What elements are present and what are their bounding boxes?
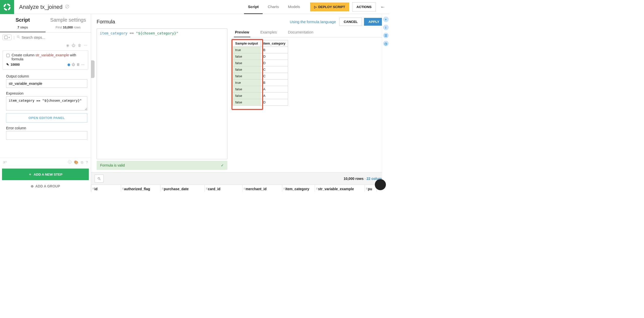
error-label: Error column [6, 126, 87, 130]
svg-point-3 [17, 36, 19, 37]
preview-tab-examples[interactable]: Examples [259, 28, 278, 37]
actions-button[interactable]: ACTIONS [352, 2, 376, 12]
tab-models[interactable]: Models [284, 0, 304, 14]
column-header[interactable]: ⠿item_category [282, 185, 315, 192]
rail-add-icon[interactable]: + [383, 17, 389, 22]
preview-cell: false [233, 66, 261, 73]
more-icon[interactable]: ⋯ [84, 43, 87, 47]
plus-circle-icon: ⊕ [31, 184, 34, 188]
formula-valid-bar: Formula is valid ✓ [97, 161, 227, 170]
preview-cell: C [261, 66, 288, 73]
chat-bubble[interactable] [375, 179, 386, 190]
check-icon: ✓ [221, 163, 224, 167]
steps-search-input[interactable] [22, 35, 88, 39]
preview-header: Sample output [233, 40, 261, 47]
caret-down-icon: ▾ [9, 36, 10, 39]
preview-cell: D [261, 53, 288, 60]
left-panel: Script Sample settings 7 steps First 10,… [0, 14, 91, 192]
search-icon [17, 35, 20, 39]
tab-charts[interactable]: Charts [264, 0, 283, 14]
column-header[interactable]: ⠿id [91, 185, 121, 192]
app-logo[interactable] [0, 0, 14, 14]
preview-cell: B [261, 47, 288, 53]
power-icon[interactable]: ⏻ [72, 43, 75, 47]
output-label: Output column [6, 74, 87, 78]
data-grid[interactable]: ⠿id⠿authorized_flag⠿purchase_date⠿card_i… [91, 185, 377, 192]
svg-point-5 [98, 177, 100, 179]
deploy-button[interactable]: ▷ DEPLOY SCRIPT [310, 3, 349, 11]
cancel-button[interactable]: CANCEL [339, 18, 362, 26]
rail-chat-icon[interactable]: ☰ [383, 33, 389, 38]
preview-cell: D [261, 99, 288, 106]
preview-cell: C [261, 73, 288, 80]
step-checkbox[interactable] [6, 54, 10, 57]
preview-cell: false [233, 99, 261, 106]
grid-search-button[interactable] [95, 175, 104, 183]
copy-icon[interactable]: ⧉ [81, 160, 83, 165]
select-steps-dropdown[interactable]: ▾ [3, 34, 12, 40]
expression-textarea[interactable] [6, 96, 87, 110]
open-editor-button[interactable]: OPEN EDITOR PANEL [6, 113, 87, 123]
svg-line-4 [19, 37, 20, 38]
select-all-steps[interactable] [4, 36, 8, 39]
expression-label: Expression [6, 91, 87, 95]
trash-icon[interactable]: 🗑 [78, 43, 81, 47]
step-card[interactable]: Create column str_variable_example with … [3, 50, 88, 70]
column-header[interactable]: ⠿authorized_flag [121, 185, 161, 192]
preview-cell: A [261, 93, 288, 99]
info-icon[interactable]: ⓘ [68, 160, 71, 165]
preview-tab-preview[interactable]: Preview [234, 28, 250, 37]
left-tab-sample[interactable]: Sample settings [46, 14, 91, 24]
preview-cell: true [233, 47, 261, 53]
output-input[interactable] [6, 79, 87, 88]
resize-handle[interactable] [91, 60, 95, 78]
tab-script[interactable]: Script [244, 0, 263, 14]
formula-lang-link[interactable]: Using the formula language [290, 20, 336, 24]
eye-icon[interactable]: ◉ [67, 63, 70, 66]
apply-button[interactable]: APPLY [364, 18, 384, 26]
column-header[interactable]: ⠿purchase_date [161, 185, 205, 192]
preview-cell: false [233, 73, 261, 80]
preview-cell: true [233, 80, 261, 86]
help-icon[interactable]: ? [86, 160, 88, 164]
formula-icon[interactable]: X² [3, 160, 7, 164]
column-header[interactable]: ⠿merchant_id [243, 185, 282, 192]
subtab-steps[interactable]: 7 steps [0, 24, 46, 32]
step-title: Create column str_variable_example with … [12, 53, 85, 61]
preview-tab-docs[interactable]: Documentation [287, 28, 314, 37]
power-icon[interactable]: ⏻ [72, 63, 75, 66]
formula-heading: Formula [97, 19, 115, 25]
preview-table: Sample outputitem_category trueBfalseDfa… [232, 40, 288, 106]
page-title: Analyze tx_joined [19, 4, 62, 10]
preview-cell: D [261, 60, 288, 66]
more-icon[interactable]: ⋯ [81, 63, 85, 66]
palette-icon[interactable]: 🎨 [74, 160, 78, 164]
column-header[interactable]: ⠿pu [365, 185, 376, 192]
svg-line-2 [66, 5, 69, 8]
rail-info-icon[interactable]: i [383, 25, 389, 30]
refresh-icon[interactable] [65, 4, 69, 10]
error-input[interactable] [6, 131, 87, 140]
column-header[interactable]: ⠿str_variable_example [315, 185, 365, 192]
preview-cell: false [233, 93, 261, 99]
play-icon: ▷ [314, 5, 317, 9]
eye-icon[interactable]: ◉ [66, 43, 69, 47]
trash-icon[interactable]: 🗑 [76, 63, 80, 66]
add-group-button[interactable]: ⊕ADD A GROUP [0, 182, 91, 192]
back-arrow-icon[interactable]: ← [380, 4, 385, 10]
subtab-rows[interactable]: First 10,000 rows [46, 24, 91, 32]
add-step-button[interactable]: ＋ADD A NEW STEP [2, 169, 89, 180]
preview-cell: false [233, 53, 261, 60]
preview-header: item_category [261, 40, 288, 47]
left-tab-script[interactable]: Script [0, 14, 46, 24]
preview-cell: false [233, 86, 261, 93]
column-header[interactable]: ⠿card_id [205, 185, 243, 192]
preview-cell: B [261, 80, 288, 86]
svg-point-0 [4, 4, 10, 10]
pencil-icon: ✎ [6, 63, 9, 66]
formula-editor[interactable]: item_category == "${chosen_category}" [97, 28, 227, 159]
preview-cell: false [233, 60, 261, 66]
step-count: 10000 [11, 63, 20, 66]
plus-icon: ＋ [28, 172, 32, 177]
rail-clock-icon[interactable]: ◷ [383, 41, 389, 46]
